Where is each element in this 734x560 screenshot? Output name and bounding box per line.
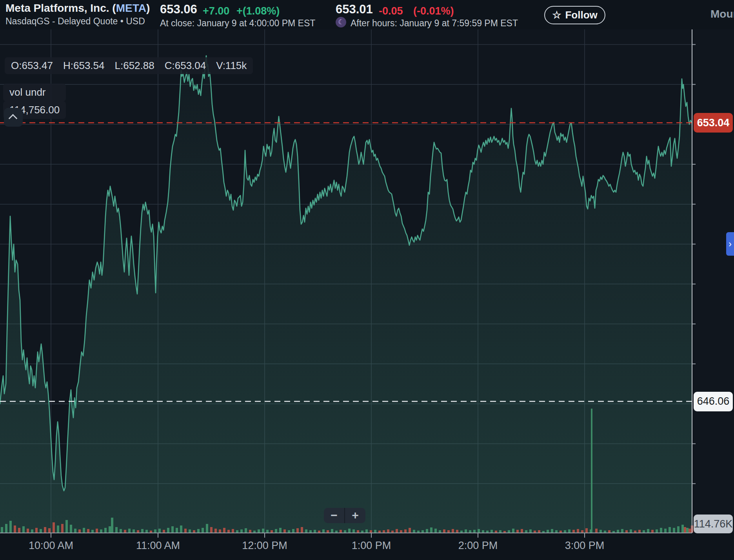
collapse-panel-button[interactable] — [4, 108, 23, 127]
after-hours-change: -0.05 — [379, 5, 403, 17]
moon-icon: ☾ — [336, 17, 346, 27]
follow-label: Follow — [565, 9, 597, 21]
regular-market-change-pct: +(1.08%) — [236, 5, 280, 17]
exchange-subtitle: NasdaqGS - Delayed Quote • USD — [5, 16, 145, 27]
ohlc-item: C:653.04 — [165, 60, 206, 72]
regular-market-price: 653.06 — [160, 2, 197, 16]
current-price-badge: 653.04 — [694, 113, 733, 133]
chart-type-selector[interactable]: Mountain — [710, 8, 734, 20]
prev-close-badge: 646.06 — [694, 392, 733, 411]
zoom-in-button[interactable]: + — [345, 508, 365, 523]
quote-header: Meta Platforms, Inc. (META) NasdaqGS - D… — [0, 0, 734, 29]
after-hours-note: After hours: January 9 at 7:59:59 PM EST — [351, 18, 518, 29]
zoom-controls: − + — [324, 508, 365, 523]
at-close-note: At close: January 9 at 4:00:00 PM EST — [160, 18, 315, 29]
ticker-symbol: META — [116, 2, 146, 14]
ohlc-item: L:652.88 — [115, 60, 154, 72]
volume-badge: 114.76K — [694, 515, 733, 533]
follow-button[interactable]: ☆ Follow — [544, 6, 605, 24]
ohlc-item: O:653.47 — [11, 60, 53, 72]
ohlc-item: H:653.54 — [63, 60, 105, 72]
price-chart-canvas[interactable] — [0, 0, 734, 560]
chevron-up-icon — [9, 114, 18, 123]
vol-indicator-label: vol undr — [3, 84, 66, 101]
star-icon: ☆ — [552, 9, 561, 21]
regular-market-change: +7.00 — [203, 5, 229, 17]
ohlc-item: V:115k — [216, 60, 247, 72]
zoom-out-button[interactable]: − — [324, 508, 345, 523]
page-title: Meta Platforms, Inc. (META) — [5, 2, 150, 15]
axis-panel-toggle-button[interactable]: › — [726, 232, 734, 256]
after-hours-price: 653.01 — [336, 2, 373, 16]
ohlc-readout: O:653.47H:653.54L:652.88C:653.04V:115k — [5, 57, 253, 74]
after-hours-change-pct: (-0.01%) — [413, 5, 454, 17]
